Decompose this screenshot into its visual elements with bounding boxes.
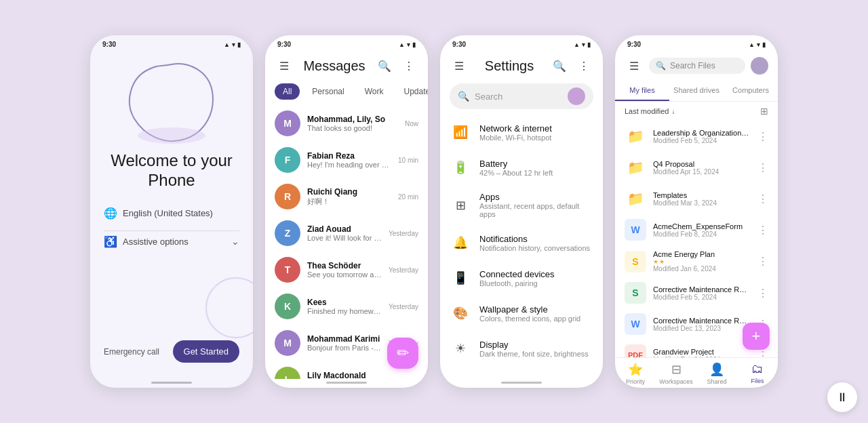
welcome-title: Welcome to your Phone xyxy=(104,151,239,190)
more-icon-msg[interactable]: ⋮ xyxy=(399,56,418,75)
settings-item-network[interactable]: 📶 Network & internet Mobile, Wi-Fi, hots… xyxy=(440,115,603,150)
priority-nav-icon: ⭐ xyxy=(628,362,643,377)
tab-computers[interactable]: Computers xyxy=(724,81,778,101)
file-name-5: Corrective Maintenance Request xyxy=(653,285,751,294)
more-icon-settings[interactable]: ⋮ xyxy=(574,56,593,75)
signal-icon: ▲ xyxy=(224,41,230,48)
nav-workspaces[interactable]: ⊟ Workspaces xyxy=(656,362,696,385)
msg-time-0: Now xyxy=(405,120,418,127)
msg-preview-4: See you tomorrow at the usual cafe? xyxy=(307,270,382,279)
sort-arrow-icon: ↓ xyxy=(671,108,675,115)
language-option[interactable]: 🌐 English (United States) xyxy=(104,207,239,220)
search-icon-files: 🔍 xyxy=(656,61,666,70)
welcome-content: Welcome to your Phone 🌐 English (United … xyxy=(90,51,253,379)
message-item-3[interactable]: Z Ziad Aouad Love it! Will look for it n… xyxy=(265,215,428,251)
tab-work[interactable]: Work xyxy=(357,83,392,100)
message-item-4[interactable]: T Thea Schöder See you tomorrow at the u… xyxy=(265,251,428,288)
chevron-down-icon: ⌄ xyxy=(231,236,239,247)
settings-avatar xyxy=(568,87,585,105)
settings-item-apps[interactable]: ⊞ Apps Assistant, recent apps, default a… xyxy=(440,185,603,225)
messages-tabs: All Personal Work Updates xyxy=(265,81,428,105)
add-file-fab[interactable]: + xyxy=(743,323,770,350)
wifi-icon: ▾ xyxy=(232,41,235,48)
message-item-0[interactable]: M Mohammad, Lily, So That looks so good!… xyxy=(265,105,428,142)
message-item-2[interactable]: R Ruichi Qiang 好啊！ 20 min xyxy=(265,178,428,215)
phone-files: 9:30 ▲ ▾ ▮ ☰ 🔍 Search Files My files Sha… xyxy=(615,35,778,388)
file-more-3[interactable]: ⋮ xyxy=(757,224,768,237)
settings-item-notifications[interactable]: 🔔 Notifications Notification history, co… xyxy=(440,225,603,260)
status-bar-4: 9:30 ▲ ▾ ▮ xyxy=(615,35,778,51)
sheet-icon-5: S xyxy=(625,282,646,304)
welcome-bottom-bar: Emergency call Get Started xyxy=(104,340,239,368)
nav-priority-label: Priority xyxy=(626,378,645,385)
tab-personal[interactable]: Personal xyxy=(304,83,352,100)
file-item-0[interactable]: 📁 Leadership & Organization Updates Modi… xyxy=(615,121,778,152)
assistive-options[interactable]: ♿ Assistive options ⌄ xyxy=(104,235,239,248)
status-bar-2: 9:30 ▲ ▾ ▮ xyxy=(265,35,428,51)
file-more-1[interactable]: ⋮ xyxy=(757,161,768,174)
search-placeholder-text: Search xyxy=(475,92,562,102)
status-icons-2: ▲ ▾ ▮ xyxy=(399,41,416,48)
status-time-3: 9:30 xyxy=(452,41,466,48)
file-item-1[interactable]: 📁 Q4 Proposal Modified Apr 15, 2024 ⋮ xyxy=(615,152,778,183)
message-item-5[interactable]: K Kees Finished my homework Yesterday xyxy=(265,288,428,325)
file-meta-1: Modified Apr 15, 2024 xyxy=(653,168,751,176)
settings-item-battery[interactable]: 🔋 Battery 42% – About 12 hr left xyxy=(440,150,603,185)
search-icon-settings[interactable]: 🔍 xyxy=(550,56,569,75)
menu-icon-files[interactable]: ☰ xyxy=(625,56,644,75)
menu-icon[interactable]: ☰ xyxy=(275,56,294,75)
grid-view-icon[interactable]: ⊞ xyxy=(760,106,768,117)
get-started-button[interactable]: Get Started xyxy=(173,340,239,363)
sort-label[interactable]: Last modified xyxy=(625,107,669,115)
file-name-4: Acme Energy Plan xyxy=(653,250,751,258)
folder-icon-1: 📁 xyxy=(625,157,646,178)
emergency-call-text[interactable]: Emergency call xyxy=(104,347,159,357)
nav-priority[interactable]: ⭐ Priority xyxy=(615,362,656,385)
battery-icon-2: ▮ xyxy=(412,41,416,48)
tab-all[interactable]: All xyxy=(275,83,300,100)
nav-files[interactable]: 🗂 Files xyxy=(737,362,778,385)
file-more-7[interactable]: ⋮ xyxy=(757,349,768,358)
menu-icon-settings[interactable]: ☰ xyxy=(450,56,469,75)
settings-item-wallpaper[interactable]: 🎨 Wallpaper & style Colors, themed icons… xyxy=(440,296,603,331)
battery-sub: 42% – About 12 hr left xyxy=(479,169,553,177)
settings-item-devices[interactable]: 📱 Connected devices Bluetooth, pairing xyxy=(440,260,603,296)
file-item-5[interactable]: S Corrective Maintenance Request Modifie… xyxy=(615,277,778,308)
doc-icon-6: W xyxy=(625,313,646,335)
nav-shared[interactable]: 👤 Shared xyxy=(696,362,737,385)
file-item-2[interactable]: 📁 Templates Modified Mar 3, 2024 ⋮ xyxy=(615,183,778,214)
file-more-5[interactable]: ⋮ xyxy=(757,287,768,300)
files-search-bar[interactable]: 🔍 Search Files xyxy=(649,58,745,74)
file-name-2: Templates xyxy=(653,191,751,199)
file-item-3[interactable]: W AcmeChem_ExpenseForm Modified Feb 8, 2… xyxy=(615,214,778,245)
avatar-2: R xyxy=(275,184,300,209)
tab-my-files[interactable]: My files xyxy=(615,81,669,101)
settings-header: ☰ Settings 🔍 ⋮ xyxy=(440,51,603,81)
message-item-1[interactable]: F Fabian Reza Hey! I'm heading over now … xyxy=(265,142,428,178)
language-label: English (United States) xyxy=(123,208,213,218)
settings-search-bar[interactable]: 🔍 Search xyxy=(450,83,593,109)
msg-name-0: Mohammad, Lily, So xyxy=(307,115,398,124)
msg-preview-6: Bonjour from Paris - I got my film... xyxy=(307,344,382,352)
tab-shared-drives[interactable]: Shared drives xyxy=(669,81,724,101)
compose-fab[interactable]: ✏ xyxy=(387,338,418,369)
settings-item-display[interactable]: ☀ Display Dark theme, font size, brightn… xyxy=(440,331,603,366)
file-more-0[interactable]: ⋮ xyxy=(757,130,768,143)
avatar-3: Z xyxy=(275,220,300,246)
file-more-2[interactable]: ⋮ xyxy=(757,193,768,205)
globe-icon: 🌐 xyxy=(104,207,117,220)
msg-time-2: 20 min xyxy=(398,193,418,201)
pause-button[interactable]: ⏸ xyxy=(827,382,857,412)
devices-sub: Bluetooth, pairing xyxy=(479,279,555,287)
msg-preview-5: Finished my homework xyxy=(307,307,382,315)
file-item-4[interactable]: S Acme Energy Plan ★★ Modified Jan 6, 20… xyxy=(615,245,778,277)
devices-name: Connected devices xyxy=(479,269,555,279)
tab-updates[interactable]: Updates xyxy=(396,83,429,100)
search-icon-msg[interactable]: 🔍 xyxy=(375,56,394,75)
messages-title: Messages xyxy=(299,58,370,74)
battery-icon: ▮ xyxy=(237,41,241,48)
file-more-4[interactable]: ⋮ xyxy=(757,255,768,268)
nav-workspaces-label: Workspaces xyxy=(659,378,692,385)
msg-time-5: Yesterday xyxy=(389,303,418,310)
battery-settings-icon: 🔋 xyxy=(450,157,471,178)
